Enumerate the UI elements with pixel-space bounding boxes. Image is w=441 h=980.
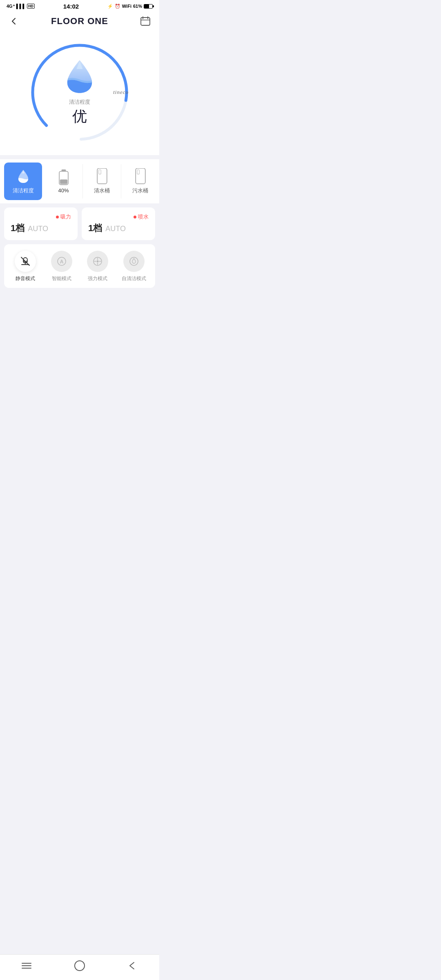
main-content: tineco xyxy=(0,31,159,329)
svg-rect-10 xyxy=(98,170,100,174)
svg-line-16 xyxy=(21,257,29,265)
page-title: FLOOR ONE xyxy=(51,16,108,27)
app-header: FLOOR ONE xyxy=(0,11,159,31)
status-card-battery[interactable]: 40% xyxy=(45,159,82,203)
svg-rect-12 xyxy=(137,170,139,174)
spray-mode: AUTO xyxy=(105,225,126,233)
signal-bars: ▌▌▌ xyxy=(16,4,26,9)
mode-row: 静音模式 A 智能模式 xyxy=(7,251,152,282)
suction-header: 吸力 xyxy=(11,213,71,220)
wifi-icon: WiFi xyxy=(122,4,131,9)
battery-icon xyxy=(144,4,153,9)
status-cards-row: 清洁程度 40% 清水桶 xyxy=(0,159,159,203)
signal-4g: 4G⁺ xyxy=(7,4,15,9)
system-icons: ⚡ ⏰ WiFi 61% xyxy=(107,4,153,9)
selfclean-icon-circle xyxy=(123,251,145,272)
silent-icon-circle xyxy=(15,251,36,272)
clean-tank-label: 清水桶 xyxy=(94,187,110,194)
clean-degree-label: 清洁程度 xyxy=(69,98,90,106)
power-icon-circle xyxy=(87,251,108,272)
signal-area: 4G⁺ ▌▌▌ HD xyxy=(7,4,35,9)
battery-tank-icon xyxy=(56,170,71,185)
spray-label: 喷水 xyxy=(138,213,149,220)
power-label: 强力模式 xyxy=(88,275,107,282)
battery-value: 40% xyxy=(58,187,69,194)
status-card-dirty-tank[interactable]: 污水桶 xyxy=(121,159,159,203)
svg-rect-8 xyxy=(60,179,67,184)
spray-header: 喷水 xyxy=(88,213,149,220)
suction-level: 1档 xyxy=(11,222,24,234)
smart-icon-circle: A xyxy=(51,251,72,272)
suction-value: 1档 AUTO xyxy=(11,222,71,234)
selfclean-label: 自清洁模式 xyxy=(122,275,146,282)
clean-tank-icon xyxy=(95,169,109,184)
gauge-wrapper: tineco xyxy=(27,39,133,145)
hd-badge: HD xyxy=(27,4,35,9)
clean-degree-value: 优 xyxy=(72,107,87,127)
calendar-button[interactable] xyxy=(140,16,151,27)
bluetooth-icon: ⚡ xyxy=(107,4,113,9)
spray-panel[interactable]: 喷水 1档 AUTO xyxy=(82,207,155,240)
mode-section: 静音模式 A 智能模式 xyxy=(4,244,155,288)
tineco-brand: tineco xyxy=(113,89,129,96)
gauge-center: 清洁程度 优 xyxy=(63,58,96,127)
silent-label: 静音模式 xyxy=(16,275,35,282)
spray-level: 1档 xyxy=(88,222,102,234)
status-card-cleanliness[interactable]: 清洁程度 xyxy=(4,163,42,200)
spray-value: 1档 AUTO xyxy=(88,222,149,234)
svg-point-24 xyxy=(97,261,99,263)
dirty-tank-icon xyxy=(133,169,148,184)
clock: 14:02 xyxy=(63,3,79,10)
spray-dot xyxy=(134,216,136,218)
suction-panel[interactable]: 吸力 1档 AUTO xyxy=(4,207,78,240)
cleanliness-label: 清洁程度 xyxy=(13,187,34,194)
mode-smart[interactable]: A 智能模式 xyxy=(47,251,76,282)
mode-silent[interactable]: 静音模式 xyxy=(11,251,40,282)
suction-label: 吸力 xyxy=(60,213,71,220)
control-panels: 吸力 1档 AUTO 喷水 1档 AUTO xyxy=(0,207,159,240)
suction-mode: AUTO xyxy=(28,225,48,233)
alarm-icon: ⏰ xyxy=(115,4,120,9)
dirty-tank-label: 污水桶 xyxy=(132,187,148,194)
mode-power[interactable]: 强力模式 xyxy=(83,251,112,282)
mode-selfclean[interactable]: 自清洁模式 xyxy=(120,251,148,282)
smart-label: 智能模式 xyxy=(52,275,71,282)
battery-percent: 61% xyxy=(133,4,142,9)
gauge-section: tineco xyxy=(0,31,159,155)
svg-rect-0 xyxy=(141,18,150,25)
status-bar: 4G⁺ ▌▌▌ HD 14:02 ⚡ ⏰ WiFi 61% xyxy=(0,0,159,11)
back-button[interactable] xyxy=(8,16,20,27)
status-card-clean-tank[interactable]: 清水桶 xyxy=(83,159,121,203)
cleanliness-icon xyxy=(16,169,31,184)
svg-text:A: A xyxy=(60,259,63,265)
suction-dot xyxy=(56,216,59,218)
water-drop-icon xyxy=(63,58,96,95)
